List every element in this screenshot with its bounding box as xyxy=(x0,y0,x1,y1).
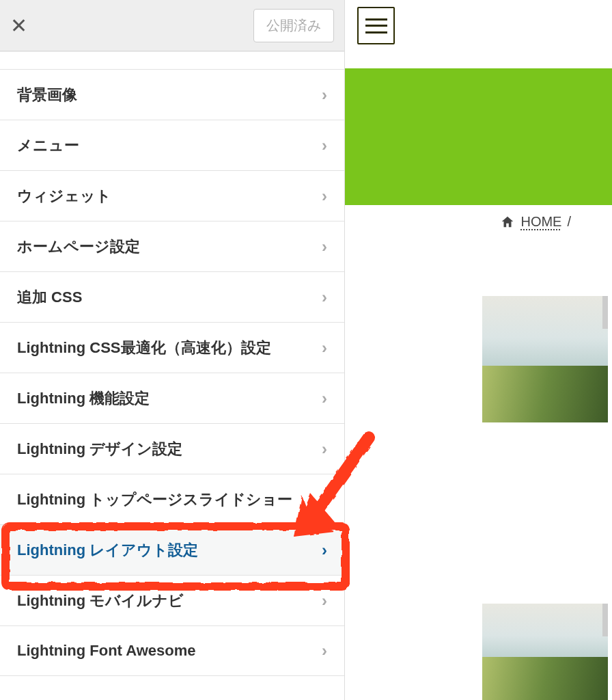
menu-item[interactable]: Lightning 機能設定› xyxy=(0,373,344,423)
menu-item-label: ホームページ設定 xyxy=(17,237,140,257)
menu-item-label: メニュー xyxy=(17,135,79,156)
chevron-right-icon: › xyxy=(322,490,327,509)
customizer-panel: ✕ 公開済み 背景画像›メニュー›ウィジェット›ホームページ設定›追加 CSS›… xyxy=(0,0,345,700)
breadcrumb: HOME / xyxy=(500,214,571,230)
chevron-right-icon: › xyxy=(322,288,327,307)
chevron-right-icon: › xyxy=(322,440,327,459)
menu-item-label: 背景画像 xyxy=(17,85,77,105)
menu-item-label: Lightning Font Awesome xyxy=(17,642,196,660)
site-header-bg xyxy=(345,68,612,205)
chevron-right-icon: › xyxy=(322,591,327,610)
preview-thumbnail xyxy=(482,296,608,422)
chevron-right-icon: › xyxy=(322,541,327,560)
menu-item-label: ウィジェット xyxy=(17,186,111,206)
menu-item[interactable]: 追加 CSS› xyxy=(0,271,344,322)
chevron-right-icon: › xyxy=(322,187,327,206)
menu-item[interactable]: Lightning モバイルナビ› xyxy=(0,575,344,625)
menu-item-label: 追加 CSS xyxy=(17,287,82,308)
menu-item[interactable]: Lightning デザイン設定› xyxy=(0,423,344,474)
menu-item[interactable]: Lightning レイアウト設定› xyxy=(0,524,344,575)
menu-item-label: Lightning CSS最適化（高速化）設定 xyxy=(17,338,271,358)
preview-pane: HOME / xyxy=(345,0,612,700)
publish-button[interactable]: 公開済み xyxy=(253,9,334,42)
chevron-right-icon: › xyxy=(322,136,327,155)
chevron-right-icon: › xyxy=(322,641,327,660)
menu-item[interactable]: Lightning トップページスライドショー› xyxy=(0,474,344,524)
customizer-menu: 背景画像›メニュー›ウィジェット›ホームページ設定›追加 CSS›Lightni… xyxy=(0,51,344,700)
close-icon[interactable]: ✕ xyxy=(10,14,27,38)
breadcrumb-home[interactable]: HOME xyxy=(520,214,561,230)
menu-item[interactable]: ウィジェット› xyxy=(0,170,344,221)
menu-item[interactable]: Lightning Font Awesome› xyxy=(0,625,344,676)
menu-item[interactable]: 背景画像› xyxy=(0,69,344,120)
customizer-topbar: ✕ 公開済み xyxy=(0,0,344,51)
menu-item[interactable]: Lightning CSS最適化（高速化）設定› xyxy=(0,322,344,373)
menu-item[interactable]: メニュー› xyxy=(0,120,344,170)
menu-item-label: Lightning デザイン設定 xyxy=(17,439,182,459)
hamburger-button[interactable] xyxy=(357,7,395,44)
hamburger-icon xyxy=(365,18,387,33)
breadcrumb-sep: / xyxy=(567,214,571,230)
menu-item-label: Lightning 機能設定 xyxy=(17,388,150,409)
menu-item-label: Lightning レイアウト設定 xyxy=(17,540,198,561)
menu-item[interactable]: ホームページ設定› xyxy=(0,221,344,271)
home-icon xyxy=(500,215,515,230)
menu-item-label: Lightning モバイルナビ xyxy=(17,591,184,611)
preview-thumbnail xyxy=(482,604,608,700)
chevron-right-icon: › xyxy=(322,389,327,408)
menu-item-label: Lightning トップページスライドショー xyxy=(17,489,292,510)
chevron-right-icon: › xyxy=(322,338,327,358)
chevron-right-icon: › xyxy=(322,85,327,105)
chevron-right-icon: › xyxy=(322,237,327,256)
